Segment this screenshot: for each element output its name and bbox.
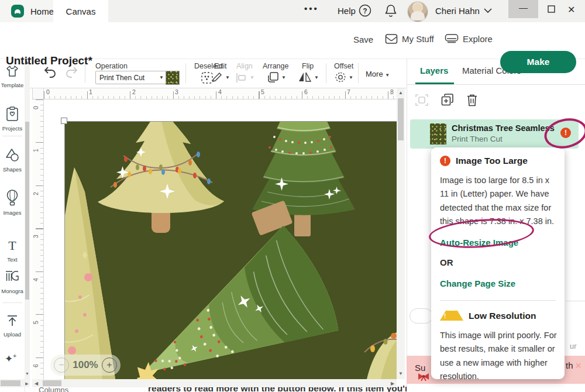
close-window-button[interactable]: ✕ [567, 4, 575, 15]
scroll-right-icon[interactable]: ▶ [25, 381, 29, 387]
hidden-input-fragment [410, 308, 433, 324]
undo-icon[interactable] [43, 67, 57, 78]
make-button[interactable]: Make [500, 51, 576, 73]
arrange-label: Arrange [263, 62, 288, 70]
sidebar-h-scrollbar[interactable]: ▶ [0, 379, 30, 387]
help-label: Help [338, 6, 356, 16]
sidebar-label: Monogra [0, 288, 25, 294]
delete-trash-icon[interactable] [466, 93, 479, 107]
my-stuff-label: My Stuff [402, 34, 434, 44]
more-menu[interactable]: More ▼ [366, 70, 390, 78]
layer-title: Christmas Tree Seamless ... [452, 123, 556, 133]
maximize-button[interactable] [548, 5, 555, 13]
chevron-down-icon[interactable]: ▼ [225, 75, 230, 80]
sidebar-item-templates[interactable]: Template [0, 64, 25, 88]
scrollbar-thumb[interactable] [1, 380, 20, 386]
zoom-in-button[interactable]: + [102, 357, 117, 373]
canvas-v-scrollbar[interactable]: ▲ ▼ [397, 88, 405, 379]
my-stuff-button[interactable]: My Stuff [385, 33, 434, 44]
flip-icon[interactable] [298, 71, 312, 83]
sidebar-item-projects[interactable]: Projects [0, 106, 25, 132]
edit-pencil-icon[interactable] [211, 71, 223, 83]
sidebar-label: Template [0, 82, 25, 88]
sparkle-icon[interactable]: ✦+ [5, 353, 16, 365]
notifications-bell-icon[interactable] [384, 4, 397, 18]
image-too-large-header: ! Image Too Large [440, 156, 556, 166]
low-resolution-body: This image will print poorly. For best r… [440, 329, 558, 384]
operation-dropdown[interactable]: Print Then Cut▼ [95, 71, 168, 84]
user-name[interactable]: Cheri Hahn [435, 6, 480, 16]
my-stuff-icon [385, 33, 398, 44]
offset-label: Offset [334, 62, 353, 70]
arrange-icon[interactable] [267, 71, 279, 83]
projects-icon [6, 106, 19, 122]
banner-close-icon[interactable]: × [575, 359, 581, 372]
ruler-number: 0 [32, 106, 39, 109]
minimize-button[interactable]: — [508, 0, 538, 18]
sidebar-label: Projects [0, 125, 25, 132]
background-text-fragment: ur [570, 342, 577, 350]
left-sidebar: Template Projects Shapes Images T Text M… [0, 59, 25, 392]
save-button[interactable]: Save [353, 35, 373, 44]
duplicate-icon[interactable] [441, 93, 455, 107]
chevron-down-icon[interactable]: ▼ [281, 75, 286, 80]
chevron-down-icon[interactable]: ▼ [349, 75, 353, 80]
scroll-down-icon[interactable]: ▼ [397, 371, 405, 377]
help-question-icon[interactable]: ? [359, 4, 371, 17]
toolbar-divider [358, 63, 359, 83]
toolbar-divider [326, 63, 326, 83]
sidebar-divider [2, 302, 22, 303]
scroll-up-icon[interactable]: ▲ [397, 90, 405, 96]
cricut-design-space: { "topbar": { "home_tab": "Home", "canva… [0, 0, 585, 392]
sidebar-divider [2, 136, 22, 136]
scroll-right-icon[interactable]: ▶ [390, 381, 395, 387]
sidebar-item-shapes[interactable]: Shapes [0, 147, 25, 173]
redo-icon[interactable] [65, 67, 79, 78]
sidebar-item-upload[interactable]: Upload [0, 314, 25, 338]
project-title[interactable]: Untitled Project* [6, 54, 92, 67]
layer-color-swatch[interactable] [166, 71, 180, 85]
sidebar-item-text[interactable]: T Text [0, 239, 25, 263]
warning-triangle-icon: ! [440, 311, 463, 321]
ruler-number: 7 [347, 88, 350, 95]
sidebar-item-monogram[interactable]: Monogra [0, 269, 25, 294]
low-resolution-header: ! Low Resolution [440, 311, 556, 321]
chevron-down-icon[interactable]: ▼ [314, 75, 319, 80]
change-page-size-link[interactable]: Change Page Size [440, 278, 556, 288]
chevron-down-icon[interactable] [483, 7, 493, 14]
ruler-number: 5 [261, 88, 264, 95]
christmas-tree-image[interactable] [64, 121, 397, 379]
save-label: Save [353, 35, 373, 44]
zoom-out-button[interactable]: − [54, 357, 69, 373]
image-warning-popup: ! Image Too Large Image is too large for… [431, 147, 565, 379]
toolbar-divider [185, 63, 186, 83]
upload-icon [5, 314, 19, 328]
svg-text:?: ? [363, 7, 367, 15]
ruler-number: 1 [89, 88, 92, 95]
selection-handle[interactable] [61, 118, 67, 124]
ruler-number: 6 [32, 364, 39, 367]
project-header: Untitled Project* Save My Stuff Explore … [0, 22, 585, 59]
ruler-number: 2 [32, 192, 39, 195]
horizontal-ruler: 0 1 2 3 4 5 6 7 8 [44, 88, 397, 99]
explore-label: Explore [463, 34, 493, 44]
user-avatar[interactable] [407, 1, 428, 22]
ruler-corner [32, 88, 44, 99]
ruler-number: 4 [218, 88, 222, 95]
zoom-control: − 100% + [50, 355, 121, 376]
sidebar-scrollbar[interactable]: ▲ ▼ [25, 59, 30, 379]
tab-layers[interactable]: Layers [420, 66, 448, 75]
tab-canvas[interactable]: Canvas [53, 0, 108, 22]
scrollbar-thumb[interactable] [43, 380, 61, 386]
explore-button[interactable]: Explore [445, 33, 493, 44]
scroll-down-icon[interactable]: ▼ [25, 371, 30, 377]
canvas-h-scrollbar[interactable]: ◀ ▶ [32, 379, 397, 387]
scrollbar-thumb[interactable] [25, 122, 29, 300]
offset-icon[interactable] [335, 71, 346, 83]
scroll-left-icon[interactable]: ◀ [33, 381, 39, 387]
overflow-menu-icon[interactable]: ••• [304, 4, 319, 13]
sidebar-item-images[interactable]: Images [0, 190, 25, 216]
top-bar: Home Canvas ••• Help ? Cheri Hahn — ✕ [0, 0, 585, 22]
help-menu[interactable]: Help [338, 6, 356, 16]
scrollbar-thumb[interactable] [398, 98, 404, 140]
